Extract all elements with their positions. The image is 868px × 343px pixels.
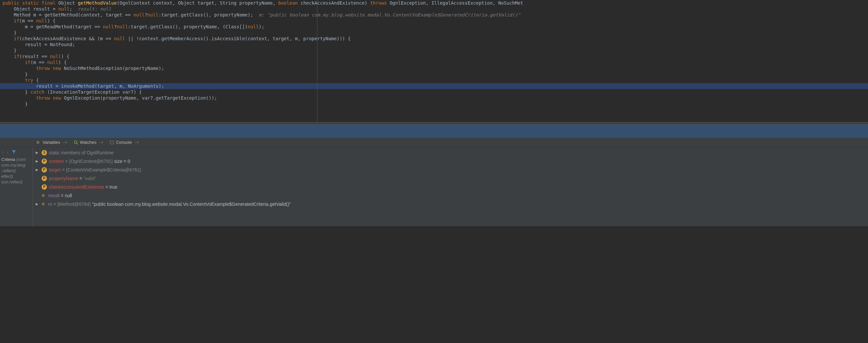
code-line: throw new OgnlException(propertyName, va… [0, 95, 868, 101]
var-row-target[interactable]: ▶ P target = {ContentVoExample$Criteria@… [33, 166, 868, 174]
tab-console[interactable]: Console →¤ [106, 139, 142, 146]
code-line: if(m == null) { [0, 59, 868, 65]
expand-icon[interactable]: ▶ [36, 149, 40, 156]
frame-item[interactable]: .reflect) [0, 168, 33, 173]
code-editor[interactable]: public static final Object getMethodValu… [0, 0, 868, 122]
var-name: result [48, 193, 59, 198]
var-row-propertyname[interactable]: P propertyName = "valid" [33, 174, 868, 183]
var-extra: size = 0 [113, 159, 130, 164]
frame-filter-icon[interactable] [11, 150, 16, 155]
code-line: Object result = null; result: null [0, 6, 868, 12]
var-name: m [48, 202, 52, 207]
var-row-static[interactable]: ▶ S static members of OgnlRuntime [33, 148, 868, 157]
code-line: result = NotFound; [0, 41, 868, 47]
variables-icon [36, 139, 41, 145]
svg-rect-3 [110, 141, 114, 144]
tab-label: Console [116, 140, 132, 145]
frame-up-icon[interactable]: ↑ [2, 150, 4, 155]
param-badge-icon: P [42, 184, 47, 190]
code-line: } catch (InvocationTargetException var7)… [0, 89, 868, 95]
code-line: if(m == null) { [0, 18, 868, 24]
expand-icon[interactable]: ▶ [36, 158, 40, 165]
frame-item[interactable]: Criteria (com [0, 157, 33, 162]
debug-pane: ↑ ↓ Criteria (com com.my.blog .reflect) … [0, 147, 868, 226]
expand-icon[interactable]: ▶ [36, 166, 40, 173]
var-value: "valid" [84, 176, 96, 181]
static-badge-icon: S [42, 150, 47, 155]
frame-item[interactable]: com.my.blog [0, 162, 33, 168]
svg-point-0 [74, 141, 77, 143]
code-line: if(result == null) { [0, 54, 868, 59]
console-icon [110, 140, 114, 145]
frame-item[interactable]: sun.reflect) [0, 179, 33, 185]
local-var-icon [42, 192, 46, 199]
tab-label: Watches [80, 140, 96, 145]
frames-toolbar: ↑ ↓ [0, 148, 33, 157]
var-name: context [49, 159, 64, 164]
tab-variables[interactable]: Variables →¤ [33, 138, 70, 147]
code-line: try { [0, 77, 868, 83]
local-var-icon [42, 201, 46, 208]
var-value: = {ContentVoExample$Criteria@6761} [61, 167, 141, 172]
var-value: = null [59, 193, 72, 198]
pin-icon: →¤ [98, 140, 103, 144]
frame-down-icon[interactable]: ↓ [7, 150, 9, 155]
var-value: members of OgnlRuntime [60, 150, 114, 155]
frames-pane[interactable]: ↑ ↓ Criteria (com com.my.blog .reflect) … [0, 147, 33, 226]
param-badge-icon: P [42, 167, 47, 172]
pane-splitter[interactable] [0, 122, 868, 125]
param-badge-icon: P [42, 176, 47, 181]
var-name: checkAccessAndExistence [49, 184, 104, 190]
code-line: } [0, 101, 868, 107]
code-line: m = getReadMethod(target == null?null:ta… [0, 24, 868, 30]
code-line: throw new NoSuchMethodException(property… [0, 65, 868, 71]
code-line: public static final Object getMethodValu… [0, 0, 868, 6]
var-value: = {Method@6764} [52, 202, 92, 207]
code-line: } [0, 71, 868, 77]
var-row-result[interactable]: result = null [33, 191, 868, 200]
var-string: "public boolean com.my.blog.website.moda… [92, 202, 291, 207]
param-badge-icon: P [42, 159, 47, 164]
pin-icon: →¤ [62, 140, 67, 144]
var-eq: = [78, 176, 84, 181]
expand-icon[interactable]: ▶ [36, 201, 40, 208]
watches-icon [74, 140, 78, 145]
var-row-context[interactable]: ▶ P context = {OgnlContext@6791} size = … [33, 157, 868, 166]
pin-icon: →¤ [133, 140, 139, 144]
var-row-m[interactable]: ▶ m = {Method@6764} "public boolean com.… [33, 200, 868, 208]
code-line: if(checkAccessAndExistence && (m == null… [0, 36, 868, 41]
debug-toolbar-area [0, 125, 868, 138]
code-line: } [0, 47, 868, 54]
code-line: } [0, 30, 868, 36]
var-name: propertyName [49, 176, 78, 181]
right-margin-ruler [317, 0, 317, 122]
variables-pane[interactable]: ▶ S static members of OgnlRuntime ▶ P co… [33, 147, 868, 226]
var-name: target [49, 167, 61, 172]
tab-label: Variables [42, 140, 60, 145]
frame-item[interactable]: eflect) [0, 173, 33, 179]
debug-tabs: Variables →¤ Watches →¤ Console →¤ [0, 138, 868, 147]
code-line-execution-point: result = invokeMethod(target, m, NoArgum… [0, 83, 868, 89]
code-line: Method m = getGetMethod(context, target … [0, 12, 868, 18]
var-row-checkaccess[interactable]: P checkAccessAndExistence = true [33, 183, 868, 191]
tab-watches[interactable]: Watches →¤ [70, 139, 107, 146]
var-value: = true [104, 184, 117, 190]
var-value: = {OgnlContext@6791} [64, 159, 113, 164]
svg-line-1 [76, 143, 78, 144]
var-name: static [49, 150, 60, 155]
